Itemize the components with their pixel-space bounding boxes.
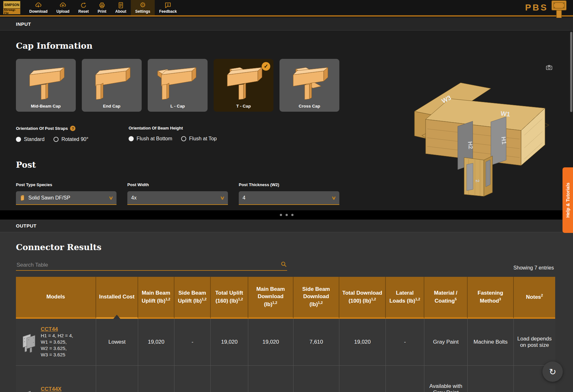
- toolbar-item-label: Print: [98, 9, 106, 14]
- radio-label: Standard: [24, 136, 45, 142]
- cap-card-end[interactable]: End Cap: [82, 59, 142, 112]
- column-header-lateral-loads-lb[interactable]: Lateral Loads (lb)1,2: [386, 277, 424, 319]
- gear-icon: ⚙: [139, 1, 146, 9]
- toolbar-item-print[interactable]: Print: [93, 0, 111, 15]
- toolbar-item-download[interactable]: Download: [25, 0, 52, 15]
- help-tutorials-tab[interactable]: Help & Tutorials: [562, 167, 573, 233]
- refresh-button[interactable]: ↻: [542, 361, 563, 382]
- output-label: OUTPUT: [16, 223, 37, 228]
- logo-line-1: SIMPSON: [4, 1, 20, 9]
- entries-count: Showing 7 entries: [513, 265, 554, 271]
- radio-rotated-90[interactable]: Rotated 90°: [53, 136, 88, 142]
- models-cell: CCT44XH1 = 4, H2 = 4,W1 = 3.625,W2 = 3.6…: [16, 365, 96, 392]
- refresh-icon: ↻: [549, 367, 556, 377]
- model-link[interactable]: CCT44: [41, 326, 73, 332]
- pbs-logo-text: PBS: [525, 3, 548, 13]
- toolbar-item-settings[interactable]: ⚙Settings: [131, 0, 155, 15]
- cap-card-l[interactable]: L - Cap: [148, 59, 208, 112]
- beam-height-label: Orientation Of Beam Height: [129, 126, 183, 130]
- table-body: CCT44H1 = 4, H2 = 4,W1 = 3.625,W2 = 3.62…: [16, 319, 555, 392]
- cap-card-t[interactable]: ✓T - Cap: [214, 59, 273, 112]
- column-header-side-beam-download-lb[interactable]: Side Beam Download (lb)1,2: [294, 277, 339, 319]
- column-header-notes[interactable]: Notes2: [514, 277, 555, 319]
- label-w1: W1: [500, 110, 511, 118]
- column-header-models[interactable]: Models: [16, 277, 96, 319]
- cap-card-cross[interactable]: Cross Cap: [279, 59, 339, 112]
- toolbar-item-label: Reset: [78, 9, 89, 14]
- radio-flush-bottom[interactable]: Flush at Bottom: [129, 136, 172, 142]
- model-info: CCT44H1 = 4, H2 = 4,W1 = 3.625,W2 = 3.62…: [41, 326, 73, 358]
- results-table: ModelsInstalled CostMain Beam Uplift (lb…: [16, 277, 555, 392]
- table-cell: -: [138, 365, 174, 392]
- chevron-down-icon: ∨: [220, 195, 225, 201]
- carousel-dot[interactable]: [280, 214, 282, 216]
- table-cell: 19,020: [339, 319, 386, 365]
- output-section-header: OUTPUT: [0, 220, 573, 232]
- post-width-select[interactable]: 4x ∨: [127, 191, 228, 205]
- table-cell: -: [174, 365, 211, 392]
- label-h2: H2: [467, 141, 474, 149]
- radio-label: Flush at Bottom: [137, 136, 172, 142]
- model-link[interactable]: CCT44X: [41, 386, 73, 392]
- input-section: Cap Information Mid-Beam CapEnd CapL - C…: [0, 31, 573, 210]
- field-label: Post Width: [127, 182, 149, 187]
- radio-label: Flush at Top: [189, 136, 217, 142]
- column-header-installed-cost[interactable]: Installed Cost: [96, 277, 138, 319]
- column-header-side-beam-uplift-lb[interactable]: Side Beam Uplift (lb)1,2: [174, 277, 211, 319]
- toolbar-item-reset[interactable]: Reset: [74, 0, 93, 15]
- app: SIMPSON Strong-Tie DownloadUploadResetPr…: [0, 0, 573, 392]
- table-cell: Machine Bolts: [468, 365, 514, 392]
- reset-icon: [80, 1, 87, 9]
- logo-line-2: Strong-Tie: [4, 9, 20, 14]
- help-icon[interactable]: ?: [70, 126, 75, 131]
- camera-icon[interactable]: [546, 64, 553, 72]
- simpson-strongtie-logo[interactable]: SIMPSON Strong-Tie: [3, 1, 20, 14]
- carousel-dot[interactable]: [286, 214, 288, 216]
- cap-card-label: T - Cap: [236, 104, 251, 108]
- column-header-main-beam-uplift-lb[interactable]: Main Beam Uplift (lb)1,2: [138, 277, 174, 319]
- select-value: 4x: [131, 195, 137, 201]
- search-input[interactable]: [16, 262, 280, 269]
- input-label: INPUT: [16, 21, 31, 27]
- post-type-species-select[interactable]: Solid Sawn DF/SP ∨: [16, 191, 117, 205]
- beam-height-group: Orientation Of Beam Height Flush at Bott…: [129, 126, 241, 142]
- column-header-main-beam-download-lb[interactable]: Main Beam Download (lb)1,2: [248, 277, 294, 319]
- post-straps-group: Orientation Of Post Straps ? Standard Ro…: [16, 126, 129, 142]
- column-header-material-coating[interactable]: Material / Coating5: [424, 277, 468, 319]
- toolbar-item-upload[interactable]: Upload: [52, 0, 74, 15]
- carousel-strip: [0, 210, 573, 220]
- table-cell: 19,020: [248, 319, 294, 365]
- model-spec: W1 = 3.625,: [41, 339, 73, 345]
- cap-card-label: Cross Cap: [299, 104, 320, 108]
- carousel-dots: [280, 214, 294, 216]
- toolbar-item-label: Feedback: [159, 9, 177, 14]
- radio-standard[interactable]: Standard: [16, 136, 45, 142]
- table-cell: +4%: [96, 365, 138, 392]
- column-header-total-uplift-160-lb[interactable]: Total Uplift (160) (lb)1,2: [211, 277, 248, 319]
- toolbar-item-feedback[interactable]: Feedback: [155, 0, 181, 15]
- radio-dot-selected: [129, 136, 134, 141]
- post-thickness-select[interactable]: 4 ∨: [239, 191, 339, 205]
- 3d-viewer[interactable]: W1 W3 H1 H2 2: [395, 52, 555, 199]
- carousel-dot[interactable]: [291, 214, 294, 216]
- table-cell: -: [386, 319, 424, 365]
- table-cell: -: [339, 365, 386, 392]
- table-row-cct44x: CCT44XH1 = 4, H2 = 4,W1 = 3.625,W2 = 3.6…: [16, 365, 555, 392]
- table-controls: Showing 7 entries: [16, 261, 554, 271]
- radio-dot: [53, 137, 59, 142]
- toolbar-item-about[interactable]: About: [111, 0, 131, 15]
- toolbar-nav: DownloadUploadResetPrintAbout⚙SettingsFe…: [25, 0, 181, 15]
- table-cell: Available with Gray Paint (std), PC Blac…: [424, 365, 468, 392]
- column-header-fastening-method[interactable]: Fastening Method3: [468, 277, 514, 319]
- field-label: Post Thickness (W2): [239, 182, 279, 187]
- scrollbar-thumb[interactable]: [570, 32, 572, 112]
- search-icon[interactable]: [280, 261, 287, 269]
- search-field: [16, 261, 287, 271]
- wood-icon: [20, 194, 25, 201]
- cap-card-mid[interactable]: Mid-Beam Cap: [16, 59, 76, 112]
- connector-results-title: Connector Results: [16, 232, 554, 252]
- radio-flush-top[interactable]: Flush at Top: [181, 136, 217, 142]
- post-type-species-field: Post Type Species Solid Sawn DF/SP ∨: [16, 182, 117, 205]
- post-width-field: Post Width 4x ∨: [127, 182, 228, 205]
- column-header-total-download-100-lb[interactable]: Total Download (100) (lb)1,2: [339, 277, 386, 319]
